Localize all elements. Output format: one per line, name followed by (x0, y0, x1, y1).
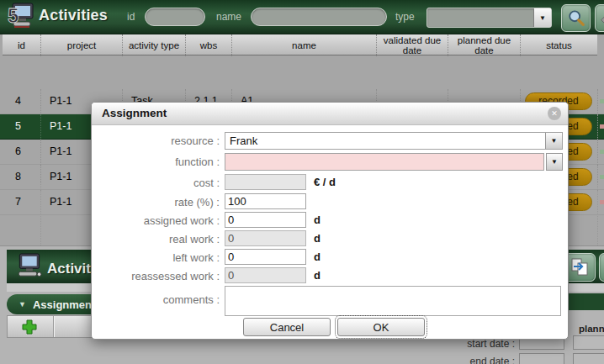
reassessed-work-input (225, 267, 306, 283)
dialog-titlebar: Assignment ✕ (92, 103, 568, 125)
planned-column-header: planned (579, 324, 604, 334)
cost-unit: € / d (314, 176, 336, 188)
chevron-down-icon: ▼ (19, 300, 26, 309)
row-indicator (597, 165, 604, 190)
reassessed-work-unit: d (314, 269, 321, 282)
assigned-work-label: assigned work : (100, 214, 220, 227)
function-field[interactable]: ! (225, 153, 544, 171)
close-icon: ✕ (551, 109, 558, 118)
row-indicator (597, 89, 604, 114)
toolbar-separator (53, 316, 55, 337)
reset-filter-button[interactable] (595, 4, 604, 32)
function-dropdown-button[interactable]: ▼ (546, 153, 563, 171)
assigned-work-input[interactable] (225, 212, 306, 228)
cell-id: 7 (3, 190, 40, 215)
resource-select[interactable]: Frank ▼ (225, 132, 563, 150)
assignment-tab-label: Assignment (33, 298, 95, 311)
end-date-planned-input[interactable] (573, 353, 604, 364)
start-date-label: start date : (454, 338, 515, 350)
secondary-detail-button[interactable] (599, 253, 604, 282)
left-work-label: left work : (100, 251, 220, 264)
assigned-work-unit: d (314, 214, 321, 226)
comments-textarea[interactable] (225, 286, 561, 316)
copy-icon (570, 257, 590, 277)
cell-id: 8 (3, 165, 40, 190)
end-date-label: end date : (454, 356, 515, 364)
activities-header-bar: 5 Activities id name type ▼ (0, 0, 604, 34)
column-header-project[interactable]: project (40, 34, 122, 56)
column-header-validated_due[interactable]: validated due date (376, 34, 448, 56)
add-assignment-button[interactable] (21, 319, 38, 335)
name-filter-input[interactable] (251, 8, 387, 26)
computer-icon: 5 (7, 3, 34, 30)
close-button[interactable]: ✕ (548, 107, 561, 120)
id-filter-label: id (127, 11, 135, 23)
resource-value: Frank (230, 135, 257, 147)
cost-label: cost : (100, 177, 220, 189)
cancel-button[interactable]: Cancel (243, 318, 331, 336)
type-filter-label: type (395, 11, 415, 23)
search-button[interactable] (561, 4, 591, 32)
rate-input[interactable] (225, 193, 306, 209)
computer-icon (15, 253, 42, 280)
name-filter-label: name (216, 11, 241, 23)
function-label: function : (100, 156, 220, 168)
chevron-down-icon: ▼ (533, 8, 551, 27)
assignment-dialog: Assignment ✕ resource : Frank ▼ function… (91, 102, 569, 340)
real-work-unit: d (314, 232, 321, 245)
cell-id: 4 (3, 89, 40, 114)
reassessed-work-label: reassessed work : (100, 270, 220, 282)
plus-icon (21, 319, 38, 335)
table-header: idprojectactivity typewbsnamevalidated d… (3, 34, 597, 55)
column-header-status[interactable]: status (520, 34, 597, 56)
eraser-icon (599, 11, 604, 26)
column-header-planned_due[interactable]: planned due date (448, 34, 520, 56)
chevron-down-icon: ▼ (545, 133, 562, 149)
type-filter-select[interactable]: ▼ (427, 8, 552, 28)
svg-text:5: 5 (8, 4, 19, 27)
row-indicator (597, 140, 604, 165)
row-indicator (597, 190, 604, 215)
column-header-wbs[interactable]: wbs (185, 34, 231, 56)
ok-button[interactable]: OK (337, 318, 425, 336)
page-title: Activities (39, 7, 108, 24)
comments-label: comments : (100, 293, 220, 306)
dialog-title: Assignment (102, 107, 167, 119)
row-indicator (597, 114, 604, 140)
start-date-planned-input[interactable] (573, 335, 604, 350)
column-header-activity_type[interactable]: activity type (122, 34, 185, 56)
search-icon (567, 9, 585, 28)
cell-id: 6 (3, 140, 40, 165)
chevron-down-icon: ▼ (551, 158, 558, 166)
id-filter-input[interactable] (145, 8, 205, 26)
column-header-name[interactable]: name (231, 34, 376, 56)
rate-label: rate (%) : (100, 196, 220, 208)
left-work-input[interactable] (225, 249, 306, 265)
resource-label: resource : (100, 135, 220, 147)
cell-id: 5 (3, 114, 40, 140)
left-work-unit: d (314, 251, 321, 263)
column-header-id[interactable]: id (3, 34, 40, 56)
real-work-input (225, 230, 306, 246)
real-work-label: real work : (100, 233, 220, 245)
end-date-input[interactable] (519, 353, 564, 364)
cost-input (225, 174, 306, 190)
